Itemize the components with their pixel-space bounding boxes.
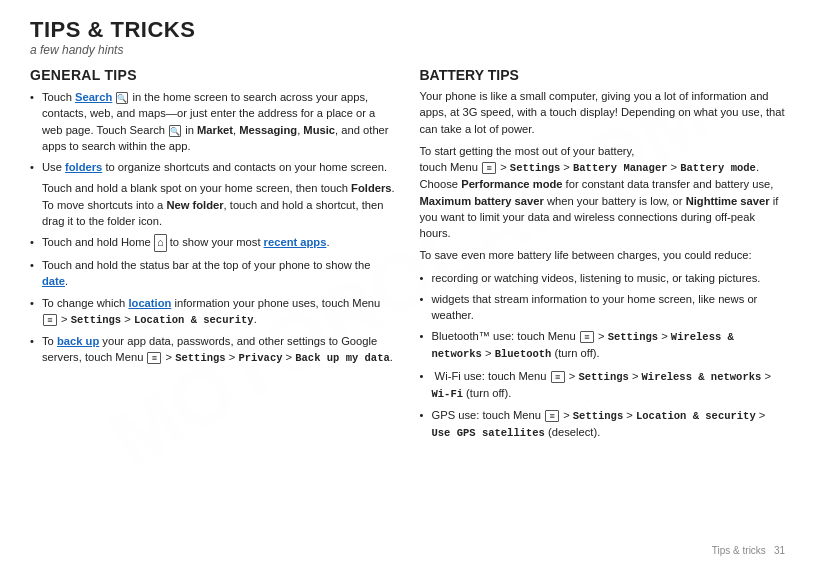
page-container: MOTOROLA.COM CONFIDENTIAL RESTRICTED 17.… xyxy=(0,0,825,566)
performance-mode-text: Performance mode xyxy=(461,178,562,190)
menu-icon-5: ≡ xyxy=(551,371,565,383)
menu-icon: ≡ xyxy=(43,314,57,326)
location-security-2-text: Location & security xyxy=(636,410,756,422)
list-item: To change which location information you… xyxy=(30,295,396,328)
battery-tips-list: recording or watching videos, listening … xyxy=(420,270,786,442)
list-item: GPS use: touch Menu ≡ > Settings > Locat… xyxy=(420,407,786,441)
max-battery-text: Maximum battery saver xyxy=(420,195,544,207)
folders-link[interactable]: folders xyxy=(65,161,102,173)
backup-link[interactable]: back up xyxy=(57,335,99,347)
list-item: Touch and hold the status bar at the top… xyxy=(30,257,396,289)
settings-text-2: Settings xyxy=(175,352,225,364)
location-security-text: Location & security xyxy=(134,314,254,326)
music-text: Music xyxy=(303,124,335,136)
list-item: Wi-Fi use: touch Menu ≡ > Settings > Wir… xyxy=(420,368,786,402)
settings-text-4: Settings xyxy=(608,331,658,343)
battery-mode-text: Battery mode xyxy=(680,162,756,174)
main-title: TIPS & TRICKS xyxy=(30,18,785,42)
market-text: Market xyxy=(197,124,233,136)
subtitle: a few handy hints xyxy=(30,43,785,57)
folders-indent: Touch and hold a blank spot on your home… xyxy=(42,180,396,229)
battery-intro-2: To start getting the most out of your ba… xyxy=(420,143,786,241)
list-item: widgets that stream information to your … xyxy=(420,291,786,323)
gps-satellites-text: Use GPS satellites xyxy=(432,427,545,439)
bluetooth-text: Bluetooth xyxy=(495,348,552,360)
backup-data-text: Back up my data xyxy=(295,352,390,364)
general-tips-list: Touch Search 🔍 in the home screen to sea… xyxy=(30,89,396,175)
wireless-networks-2-text: Wireless & networks xyxy=(642,371,762,383)
footer-page: 31 xyxy=(774,545,785,556)
list-item: Bluetooth™ use: touch Menu ≡ > Settings … xyxy=(420,328,786,362)
settings-text-5: Settings xyxy=(578,371,628,383)
home-icon: ⌂ xyxy=(154,234,167,252)
general-tips-list-2: Touch and hold Home ⌂ to show your most … xyxy=(30,234,396,366)
settings-text-6: Settings xyxy=(573,410,623,422)
recent-apps-link[interactable]: recent apps xyxy=(264,236,327,248)
general-tips-title: GENERAL TIPS xyxy=(30,67,396,83)
folders-bold: Folders xyxy=(351,182,391,194)
settings-text-3: Settings xyxy=(510,162,560,174)
settings-text: Settings xyxy=(71,314,121,326)
two-column-layout: GENERAL TIPS Touch Search 🔍 in the home … xyxy=(30,67,785,446)
list-item: Touch Search 🔍 in the home screen to sea… xyxy=(30,89,396,154)
page-footer: Tips & tricks 31 xyxy=(712,545,785,556)
list-item: recording or watching videos, listening … xyxy=(420,270,786,286)
right-column: BATTERY TIPS Your phone is like a small … xyxy=(420,67,786,446)
menu-icon-4: ≡ xyxy=(580,331,594,343)
search-icon-2: 🔍 xyxy=(169,125,181,137)
menu-icon-3: ≡ xyxy=(482,162,496,174)
battery-tips-title: BATTERY TIPS xyxy=(420,67,786,83)
menu-icon-2: ≡ xyxy=(147,352,161,364)
wifi-text: Wi-Fi xyxy=(432,388,464,400)
battery-manager-text: Battery Manager xyxy=(573,162,668,174)
location-link[interactable]: location xyxy=(128,297,171,309)
list-item: Use folders to organize shortcuts and co… xyxy=(30,159,396,175)
privacy-text: Privacy xyxy=(238,352,282,364)
battery-intro-3: To save even more battery life between c… xyxy=(420,247,786,263)
battery-intro-1: Your phone is like a small computer, giv… xyxy=(420,88,786,137)
search-link[interactable]: Search xyxy=(75,91,112,103)
content-area: TIPS & TRICKS a few handy hints GENERAL … xyxy=(30,18,785,447)
left-column: GENERAL TIPS Touch Search 🔍 in the home … xyxy=(30,67,396,446)
list-item: Touch and hold Home ⌂ to show your most … xyxy=(30,234,396,252)
footer-label: Tips & tricks xyxy=(712,545,766,556)
new-folder-bold: New folder xyxy=(166,199,223,211)
messaging-text: Messaging xyxy=(239,124,297,136)
menu-icon-6: ≡ xyxy=(545,410,559,422)
list-item: To back up your app data, passwords, and… xyxy=(30,333,396,366)
search-icon: 🔍 xyxy=(116,92,128,104)
date-link[interactable]: date xyxy=(42,275,65,287)
nighttime-saver-text: Nighttime saver xyxy=(686,195,770,207)
